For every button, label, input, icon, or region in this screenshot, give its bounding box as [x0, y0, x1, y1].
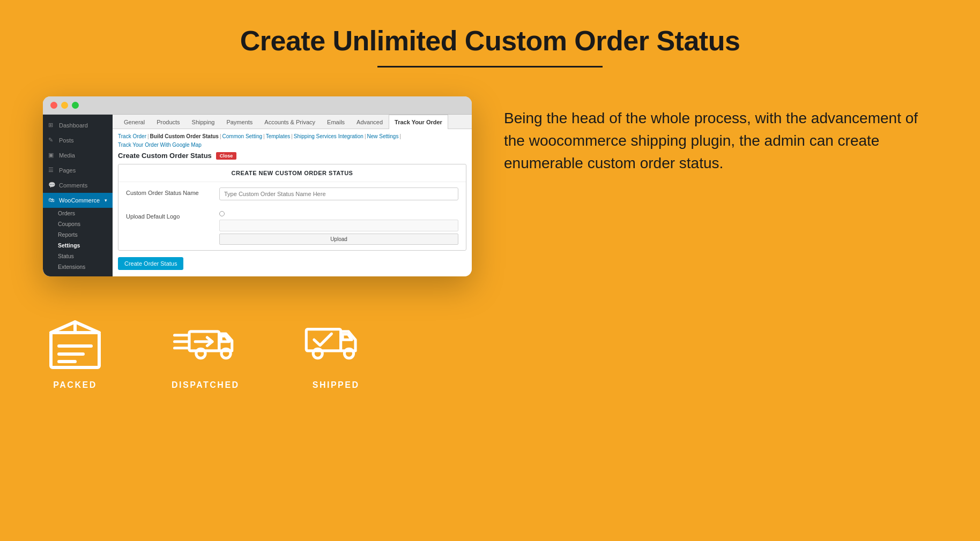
browser-content: ⊞ Dashboard ✎ Posts ▣ Media ☰ Pages 💬 — [43, 115, 472, 276]
sidebar-sub-orders[interactable]: Orders — [43, 208, 113, 219]
tab-advanced[interactable]: Advanced — [351, 115, 389, 129]
upload-button[interactable]: Upload — [219, 234, 458, 245]
subnav-templates[interactable]: Templates — [266, 132, 291, 141]
bottom-icons-section: PACKED DISPATCHED — [0, 287, 980, 406]
form-row-name: Custom Order Status Name — [118, 182, 466, 206]
tab-general[interactable]: General — [118, 115, 151, 129]
wp-main: General Products Shipping Payments Accou… — [113, 115, 472, 276]
sidebar-label-media: Media — [59, 152, 75, 159]
svg-point-9 — [196, 349, 205, 358]
sidebar-item-posts[interactable]: ✎ Posts — [43, 133, 113, 148]
upload-radio[interactable] — [219, 211, 225, 216]
sidebar-item-dashboard[interactable]: ⊞ Dashboard — [43, 118, 113, 133]
page-heading-row: Create Custom Order Status Close — [113, 149, 472, 164]
subnav-common-setting[interactable]: Common Setting — [222, 132, 262, 141]
shipped-label: SHIPPED — [313, 380, 360, 390]
label-upload-logo: Upload Default Logo — [126, 211, 212, 220]
form-panel: CREATE NEW CUSTOM ORDER STATUS Custom Or… — [118, 164, 466, 251]
maximize-dot[interactable] — [72, 102, 79, 109]
content-area: ⊞ Dashboard ✎ Posts ▣ Media ☰ Pages 💬 — [0, 96, 980, 276]
comments-icon: 💬 — [48, 182, 56, 189]
sidebar-label-pages: Pages — [59, 167, 76, 174]
sidebar-label-woocommerce: WooCommerce — [59, 197, 100, 204]
create-order-status-button[interactable]: Create Order Status — [118, 257, 183, 270]
sidebar-item-pages[interactable]: ☰ Pages — [43, 163, 113, 178]
subnav-google-map[interactable]: Track Your Order With Google Map — [118, 141, 202, 149]
pages-icon: ☰ — [48, 167, 56, 174]
form-panel-title: CREATE NEW CUSTOM ORDER STATUS — [118, 164, 466, 182]
header-section: Create Unlimited Custom Order Status — [0, 0, 980, 80]
upload-preview-box — [219, 220, 458, 231]
sidebar-item-media[interactable]: ▣ Media — [43, 148, 113, 163]
woocommerce-icon: 🛍 — [48, 197, 56, 204]
sidebar-sub-settings[interactable]: Settings — [43, 240, 113, 251]
svg-point-10 — [221, 349, 231, 358]
sidebar-sub-coupons[interactable]: Coupons — [43, 219, 113, 229]
packed-label: PACKED — [53, 380, 96, 390]
page-heading: Create Custom Order Status — [118, 152, 212, 160]
browser-mockup: ⊞ Dashboard ✎ Posts ▣ Media ☰ Pages 💬 — [43, 96, 472, 276]
svg-point-14 — [344, 349, 353, 358]
minimize-dot[interactable] — [61, 102, 68, 109]
sidebar-sub-reports[interactable]: Reports — [43, 229, 113, 240]
subnav-track-order[interactable]: Track Order — [118, 132, 146, 141]
sidebar-sub-status[interactable]: Status — [43, 251, 113, 261]
shipped-truck-icon — [304, 309, 368, 373]
input-area-logo: Upload — [219, 211, 458, 245]
sidebar-item-woocommerce[interactable]: 🛍 WooCommerce ▾ — [43, 193, 113, 208]
sidebar-label-dashboard: Dashboard — [59, 122, 88, 129]
description-text: Being the head of the whole process, wit… — [504, 107, 937, 175]
close-dot[interactable] — [50, 102, 57, 109]
tab-track-your-order[interactable]: Track Your Order — [389, 115, 448, 129]
packed-icon-item: PACKED — [43, 309, 107, 390]
browser-titlebar — [43, 96, 472, 115]
tab-payments[interactable]: Payments — [220, 115, 258, 129]
form-row-logo: Upload Default Logo Upload — [118, 206, 466, 250]
subnav-new-settings[interactable]: New Settings — [367, 132, 399, 141]
status-name-input[interactable] — [219, 187, 458, 200]
tab-emails[interactable]: Emails — [321, 115, 351, 129]
subnav-shipping-integration[interactable]: Shipping Services Integration — [294, 132, 363, 141]
right-text-section: Being the head of the whole process, wit… — [504, 96, 937, 175]
sub-nav: Track Order | Build Custom Order Status … — [113, 129, 472, 149]
wp-sidebar: ⊞ Dashboard ✎ Posts ▣ Media ☰ Pages 💬 — [43, 115, 113, 276]
sidebar-sub-extensions[interactable]: Extensions — [43, 261, 113, 272]
svg-point-13 — [313, 349, 322, 358]
main-title: Create Unlimited Custom Order Status — [0, 26, 980, 56]
tab-accounts[interactable]: Accounts & Privacy — [258, 115, 321, 129]
dashboard-icon: ⊞ — [48, 122, 56, 129]
sidebar-item-comments[interactable]: 💬 Comments — [43, 178, 113, 193]
label-status-name: Custom Order Status Name — [126, 187, 212, 196]
dispatched-label: DISPATCHED — [172, 380, 240, 390]
dispatched-icon-item: DISPATCHED — [172, 309, 240, 390]
shipped-icon-item: SHIPPED — [304, 309, 368, 390]
packed-box-icon — [43, 309, 107, 373]
settings-tabs: General Products Shipping Payments Accou… — [113, 115, 472, 129]
tab-shipping[interactable]: Shipping — [186, 115, 221, 129]
sidebar-label-posts: Posts — [59, 137, 74, 144]
dispatched-truck-icon — [173, 309, 237, 373]
close-button[interactable]: Close — [216, 152, 237, 160]
subnav-build-custom[interactable]: Build Custom Order Status — [150, 132, 219, 141]
tab-products[interactable]: Products — [151, 115, 185, 129]
media-icon: ▣ — [48, 152, 56, 159]
posts-icon: ✎ — [48, 137, 56, 144]
input-area-name — [219, 187, 458, 200]
title-divider — [377, 66, 603, 67]
sidebar-label-comments: Comments — [59, 182, 87, 189]
woocommerce-arrow: ▾ — [105, 198, 107, 203]
